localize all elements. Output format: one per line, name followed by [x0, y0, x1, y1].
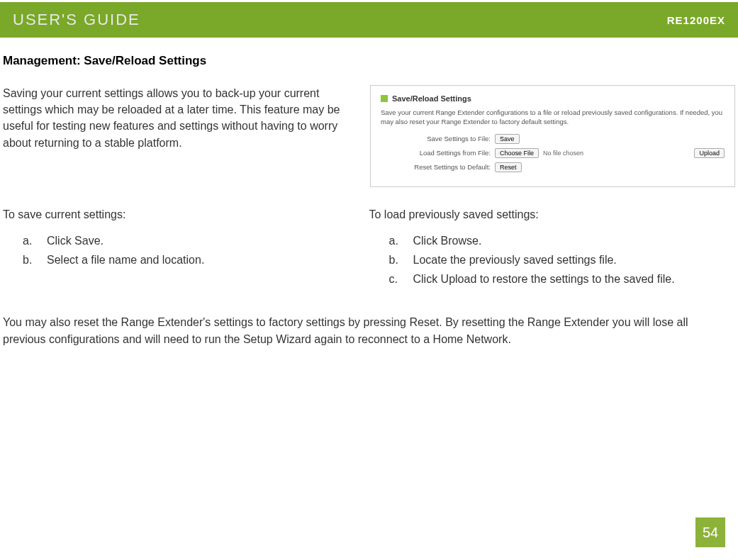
no-file-chosen-text: No file chosen [543, 150, 583, 157]
reset-note-text: You may also reset the Range Extender's … [3, 314, 735, 348]
reset-button[interactable]: Reset [495, 162, 522, 172]
list-item: b. Select a file name and location. [23, 250, 369, 269]
panel-field-reset: Reset Settings to Default: Reset [381, 162, 725, 172]
product-model: RE1200EX [667, 14, 725, 26]
reset-to-default-label: Reset Settings to Default: [381, 163, 491, 171]
list-text: Locate the previously saved settings fil… [413, 250, 617, 269]
list-marker: a. [23, 231, 35, 250]
panel-field-save: Save Settings to File: Save [381, 134, 725, 144]
panel-title: Save/Reload Settings [392, 94, 471, 103]
guide-title: USER'S GUIDE [13, 11, 140, 29]
list-text: Click Upload to restore the settings to … [413, 269, 675, 289]
section-title: Management: Save/Reload Settings [3, 54, 735, 68]
list-item: a. Click Browse. [389, 231, 736, 250]
intro-row: Saving your current settings allows you … [3, 85, 735, 187]
list-text: Click Browse. [413, 231, 482, 250]
list-item: b. Locate the previously saved settings … [389, 250, 736, 269]
save-column: To save current settings: a. Click Save.… [3, 208, 369, 289]
list-marker: c. [389, 269, 402, 289]
load-instructions-title: To load previously saved settings: [369, 208, 736, 221]
panel-description: Save your current Range Extender configu… [381, 108, 725, 127]
list-marker: a. [389, 231, 402, 250]
load-steps-list: a. Click Browse. b. Locate the previousl… [369, 231, 736, 289]
save-to-file-label: Save Settings to File: [381, 135, 491, 142]
upload-button[interactable]: Upload [694, 148, 725, 158]
list-item: c. Click Upload to restore the settings … [389, 269, 736, 289]
header-bar: USER'S GUIDE RE1200EX [0, 0, 738, 40]
choose-file-button[interactable]: Choose File [495, 148, 539, 158]
list-text: Select a file name and location. [47, 250, 204, 269]
list-item: a. Click Save. [23, 231, 369, 250]
panel-field-load: Load Settings from File: Choose File No … [381, 148, 725, 158]
instructions-columns: To save current settings: a. Click Save.… [3, 208, 735, 289]
load-from-file-label: Load Settings from File: [381, 149, 491, 157]
intro-text: Saving your current settings allows you … [3, 85, 357, 187]
panel-title-icon [381, 95, 388, 102]
save-steps-list: a. Click Save. b. Select a file name and… [3, 231, 369, 269]
save-instructions-title: To save current settings: [3, 208, 369, 221]
panel-title-row: Save/Reload Settings [381, 94, 725, 103]
page-content: Management: Save/Reload Settings Saving … [0, 40, 738, 348]
page-number: 54 [695, 517, 725, 547]
list-marker: b. [389, 250, 402, 269]
list-text: Click Save. [47, 231, 104, 250]
settings-panel: Save/Reload Settings Save your current R… [370, 85, 735, 187]
list-marker: b. [23, 250, 35, 269]
load-column: To load previously saved settings: a. Cl… [369, 208, 736, 289]
save-button[interactable]: Save [495, 134, 520, 144]
